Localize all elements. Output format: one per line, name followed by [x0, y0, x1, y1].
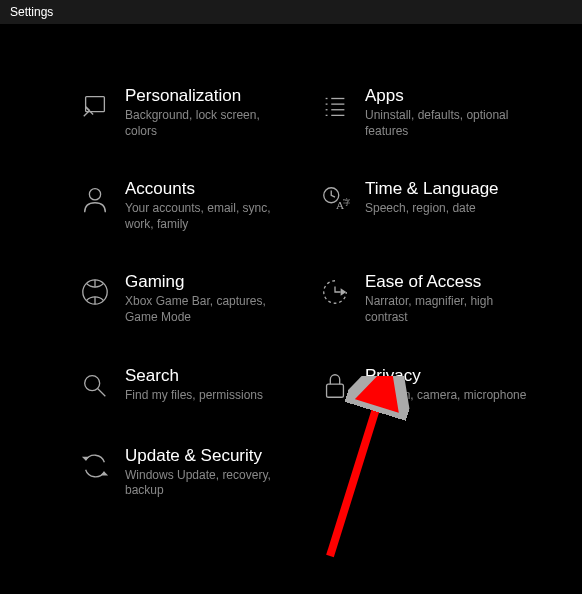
svg-point-16 [85, 375, 100, 390]
tile-title: Update & Security [125, 446, 290, 466]
window-title: Settings [10, 5, 53, 19]
tile-subtitle: Narrator, magnifier, high contrast [365, 294, 530, 325]
tile-subtitle: Uninstall, defaults, optional features [365, 108, 530, 139]
tile-subtitle: Find my files, permissions [125, 388, 290, 404]
tile-time-language[interactable]: A 字 Time & Language Speech, region, date [290, 179, 560, 232]
search-icon [75, 366, 115, 406]
tile-subtitle: Speech, region, date [365, 201, 530, 217]
tile-title: Apps [365, 86, 560, 106]
tile-title: Ease of Access [365, 272, 560, 292]
ease-of-access-icon [315, 272, 355, 312]
tile-subtitle: Background, lock screen, colors [125, 108, 290, 139]
tile-update-security[interactable]: Update & Security Windows Update, recove… [20, 446, 290, 499]
tile-ease-of-access[interactable]: Ease of Access Narrator, magnifier, high… [290, 272, 560, 325]
personalization-icon [75, 86, 115, 126]
tile-title: Time & Language [365, 179, 560, 199]
gaming-icon [75, 272, 115, 312]
tile-accounts[interactable]: Accounts Your accounts, email, sync, wor… [20, 179, 290, 232]
tile-title: Search [125, 366, 290, 386]
tile-title: Gaming [125, 272, 290, 292]
tile-apps[interactable]: Apps Uninstall, defaults, optional featu… [290, 86, 560, 139]
titlebar: Settings [0, 0, 582, 24]
settings-grid: Personalization Background, lock screen,… [20, 86, 562, 539]
tile-gaming[interactable]: Gaming Xbox Game Bar, captures, Game Mod… [20, 272, 290, 325]
tile-subtitle: Windows Update, recovery, backup [125, 468, 290, 499]
tile-title: Privacy [365, 366, 560, 386]
tile-personalization[interactable]: Personalization Background, lock screen,… [20, 86, 290, 139]
svg-rect-18 [327, 384, 344, 397]
svg-line-17 [98, 388, 106, 396]
settings-content: Personalization Background, lock screen,… [0, 86, 582, 594]
tile-title: Accounts [125, 179, 290, 199]
privacy-icon [315, 366, 355, 406]
svg-point-9 [89, 189, 100, 200]
tile-subtitle: Location, camera, microphone [365, 388, 530, 404]
tile-privacy[interactable]: Privacy Location, camera, microphone [290, 366, 560, 406]
time-language-icon: A 字 [315, 179, 355, 219]
apps-icon [315, 86, 355, 126]
tile-title: Personalization [125, 86, 290, 106]
tile-subtitle: Your accounts, email, sync, work, family [125, 201, 290, 232]
update-security-icon [75, 446, 115, 486]
svg-text:字: 字 [343, 198, 351, 207]
tile-subtitle: Xbox Game Bar, captures, Game Mode [125, 294, 290, 325]
accounts-icon [75, 179, 115, 219]
tile-search[interactable]: Search Find my files, permissions [20, 366, 290, 406]
